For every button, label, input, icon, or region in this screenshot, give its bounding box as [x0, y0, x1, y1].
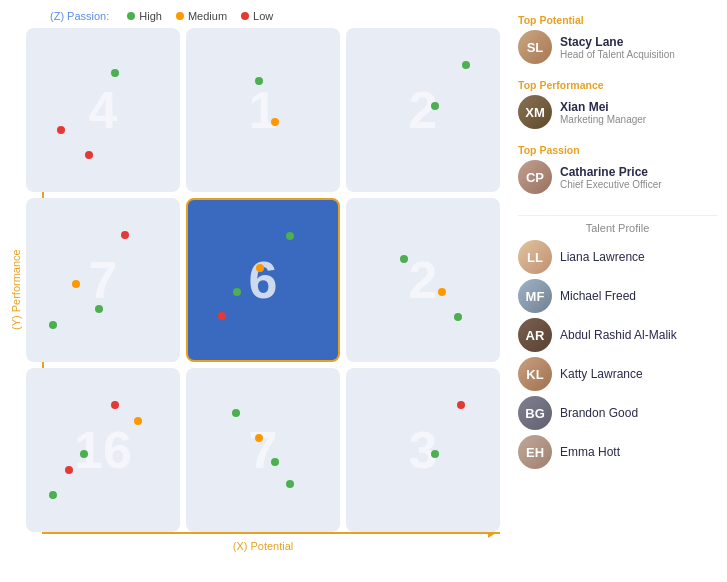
person-info-xian: Xian Mei Marketing Manager: [560, 100, 646, 125]
x-axis-label: (X) Potential: [26, 540, 500, 552]
high-label: High: [139, 10, 162, 22]
name-catharine: Catharine Price: [560, 165, 662, 179]
talent-profile-label: Talent Profile: [518, 222, 717, 234]
dot-c5-3: [218, 312, 226, 320]
dot-c7-4: [49, 491, 57, 499]
medium-label: Medium: [188, 10, 227, 22]
dot-c8-0: [232, 409, 240, 417]
dot-c4-3: [49, 321, 57, 329]
dot-c4-0: [121, 231, 129, 239]
dot-c8-2: [271, 458, 279, 466]
cell-number-c4: 7: [89, 250, 118, 310]
avatar-stacy: SL: [518, 30, 552, 64]
cell-number-c1: 4: [89, 80, 118, 140]
name-michael: Michael Freed: [560, 289, 636, 303]
avatar-michael: MF: [518, 279, 552, 313]
dot-c5-2: [233, 288, 241, 296]
avatar-brandon: BG: [518, 396, 552, 430]
chart-area: (Z) Passion: High Medium Low (Y) Perform…: [10, 10, 500, 552]
dot-c4-2: [95, 305, 103, 313]
dot-c6-1: [438, 288, 446, 296]
name-liana: Liana Lawrence: [560, 250, 645, 264]
top-potential-label: Top Potential: [518, 14, 717, 26]
cell-c3[interactable]: 2: [346, 28, 500, 192]
top-potential-person[interactable]: SL Stacy Lane Head of Talent Acquisition: [518, 30, 717, 64]
divider: [518, 215, 717, 216]
cell-number-c3: 2: [409, 80, 438, 140]
top-passion-section: Top Passion CP Catharine Price Chief Exe…: [518, 144, 717, 201]
name-xian: Xian Mei: [560, 100, 646, 114]
top-potential-section: Top Potential SL Stacy Lane Head of Tale…: [518, 14, 717, 71]
cell-c9[interactable]: 3: [346, 368, 500, 532]
avatar-xian: XM: [518, 95, 552, 129]
profile-michael[interactable]: MF Michael Freed: [518, 279, 717, 313]
legend: (Z) Passion: High Medium Low: [10, 10, 500, 22]
y-axis-label: (Y) Performance: [10, 28, 26, 552]
profile-brandon[interactable]: BG Brandon Good: [518, 396, 717, 430]
avatar-katty: KL: [518, 357, 552, 391]
dot-c6-0: [400, 255, 408, 263]
legend-high: High: [127, 10, 162, 22]
dot-c1-2: [85, 151, 93, 159]
cell-number-c5: 6: [249, 250, 278, 310]
cell-c1[interactable]: 4: [26, 28, 180, 192]
grid: 4127621673: [26, 28, 500, 536]
name-emma: Emma Hott: [560, 445, 620, 459]
dot-c2-1: [271, 118, 279, 126]
top-performance-person[interactable]: XM Xian Mei Marketing Manager: [518, 95, 717, 129]
dot-c9-1: [431, 450, 439, 458]
cell-c6[interactable]: 2: [346, 198, 500, 362]
cell-c4[interactable]: 7: [26, 198, 180, 362]
dot-c3-1: [431, 102, 439, 110]
x-axis-arrow: [42, 532, 500, 534]
person-info-catharine: Catharine Price Chief Executive Officer: [560, 165, 662, 190]
top-passion-person[interactable]: CP Catharine Price Chief Executive Offic…: [518, 160, 717, 194]
avatar-emma: EH: [518, 435, 552, 469]
profile-liana[interactable]: LL Liana Lawrence: [518, 240, 717, 274]
dot-c5-0: [286, 232, 294, 240]
avatar-catharine: CP: [518, 160, 552, 194]
cell-c7[interactable]: 16: [26, 368, 180, 532]
medium-dot: [176, 12, 184, 20]
name-abdul: Abdul Rashid Al-Malik: [560, 328, 677, 342]
role-xian: Marketing Manager: [560, 114, 646, 125]
z-label: (Z) Passion:: [50, 10, 109, 22]
sidebar: Top Potential SL Stacy Lane Head of Tale…: [500, 10, 717, 552]
dot-c6-2: [454, 313, 462, 321]
dot-c7-3: [65, 466, 73, 474]
low-label: Low: [253, 10, 273, 22]
name-stacy: Stacy Lane: [560, 35, 675, 49]
profile-katty[interactable]: KL Katty Lawrance: [518, 357, 717, 391]
dot-c5-1: [256, 264, 264, 272]
dot-c4-1: [72, 280, 80, 288]
legend-low: Low: [241, 10, 273, 22]
dot-c8-1: [255, 434, 263, 442]
role-stacy: Head of Talent Acquisition: [560, 49, 675, 60]
dot-c7-0: [111, 401, 119, 409]
role-catharine: Chief Executive Officer: [560, 179, 662, 190]
top-passion-label: Top Passion: [518, 144, 717, 156]
avatar-abdul: AR: [518, 318, 552, 352]
cell-c2[interactable]: 1: [186, 28, 340, 192]
cell-number-c6: 2: [409, 250, 438, 310]
dot-c8-3: [286, 480, 294, 488]
cell-number-c8: 7: [249, 420, 278, 480]
low-dot: [241, 12, 249, 20]
chart-wrapper: (Y) Performance 4127621673 (X) Potential: [10, 28, 500, 552]
dot-c9-0: [457, 401, 465, 409]
avatar-liana: LL: [518, 240, 552, 274]
high-dot: [127, 12, 135, 20]
cell-c5[interactable]: 6: [186, 198, 340, 362]
top-performance-label: Top Performance: [518, 79, 717, 91]
top-performance-section: Top Performance XM Xian Mei Marketing Ma…: [518, 79, 717, 136]
dot-c1-0: [111, 69, 119, 77]
legend-medium: Medium: [176, 10, 227, 22]
profile-abdul[interactable]: AR Abdul Rashid Al-Malik: [518, 318, 717, 352]
name-brandon: Brandon Good: [560, 406, 638, 420]
name-katty: Katty Lawrance: [560, 367, 643, 381]
cell-number-c2: 1: [249, 80, 278, 140]
cell-c8[interactable]: 7: [186, 368, 340, 532]
profile-emma[interactable]: EH Emma Hott: [518, 435, 717, 469]
grid-and-axis: 4127621673 (X) Potential: [26, 28, 500, 552]
dot-c7-2: [80, 450, 88, 458]
